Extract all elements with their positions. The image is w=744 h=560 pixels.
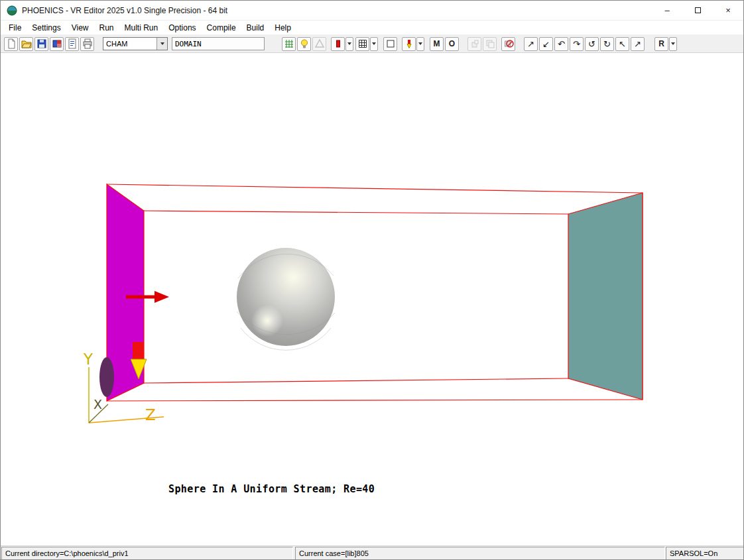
cham-combobox[interactable]: CHAM	[103, 37, 168, 50]
floppy-icon	[36, 38, 47, 49]
toolbar: CHAM M O ↗ ↙ ↶ ↷ ↺ ↻ ↖ ↗ R	[1, 35, 743, 53]
triangle-icon	[314, 38, 325, 49]
tilt-down-button[interactable]: ↻	[600, 37, 614, 51]
wireframe-toggle-button[interactable]	[297, 37, 311, 51]
menu-view[interactable]: View	[66, 22, 94, 34]
status-bar: Current directory=C:\phoenics\d_priv1 Cu…	[1, 545, 743, 560]
menu-bar: File Settings View Run Multi Run Options…	[1, 21, 743, 35]
viewport[interactable]: Y Z X Sphere In A Uniform Stream; Re=40	[1, 53, 744, 545]
menu-build[interactable]: Build	[241, 22, 270, 34]
save-button[interactable]	[34, 37, 48, 51]
print-button[interactable]	[80, 37, 94, 51]
mesh-grid-icon	[284, 38, 294, 49]
open-file-button[interactable]	[19, 37, 33, 51]
menu-settings[interactable]: Settings	[27, 22, 66, 34]
viewport-3d-scene[interactable]: Y Z X	[1, 53, 744, 545]
menu-options[interactable]: Options	[163, 22, 201, 34]
axis-y-label: Y	[83, 351, 93, 368]
mouse-mode-o-button[interactable]: O	[445, 37, 459, 51]
mesh-toggle-button[interactable]	[282, 37, 296, 51]
document-icon	[67, 38, 78, 49]
copy-object-button[interactable]	[467, 37, 481, 51]
probe-position-button[interactable]	[402, 37, 416, 51]
domain-wireframe	[107, 184, 643, 401]
chevron-down-icon[interactable]	[156, 38, 167, 50]
window-title: PHOENICS - VR Editor 2025 v1.0 Single Pr…	[22, 6, 227, 15]
square-outline-icon	[385, 38, 396, 49]
phoenics-vr-editor-window: { "window": { "title": "PHOENICS - VR Ed…	[0, 0, 744, 560]
menu-file[interactable]: File	[3, 22, 27, 34]
title-bar[interactable]: PHOENICS - VR Editor 2025 v1.0 Single Pr…	[1, 1, 743, 21]
menu-compile[interactable]: Compile	[202, 22, 241, 34]
status-sparsol: SPARSOL=On	[666, 547, 744, 560]
transparency-button[interactable]	[312, 37, 326, 51]
menu-help[interactable]: Help	[269, 22, 296, 34]
sphere-highlight	[251, 305, 283, 337]
scene-caption: Sphere In A Uniform Stream; Re=40	[168, 483, 375, 495]
small-square-icon	[469, 38, 480, 49]
results-view-button[interactable]	[50, 37, 64, 51]
probe-icon	[404, 38, 414, 49]
rotate-right-button[interactable]: ↷	[570, 37, 584, 51]
grid-dropdown[interactable]	[370, 37, 378, 51]
printer-icon	[82, 38, 93, 49]
document-view-button[interactable]	[65, 37, 79, 51]
grid-icon	[357, 38, 368, 49]
menu-run[interactable]: Run	[94, 22, 119, 34]
cham-combobox-value: CHAM	[103, 40, 156, 48]
cancel-circle-icon	[503, 38, 514, 49]
close-button[interactable]: ×	[713, 1, 743, 20]
zoom-out-button[interactable]: ↖	[615, 37, 629, 51]
minimize-button[interactable]: –	[652, 1, 682, 20]
colored-grid-icon	[52, 38, 62, 49]
status-current-case: Current case=[lib]805	[295, 547, 665, 560]
sphere-object[interactable]	[237, 248, 335, 346]
delete-object-button[interactable]	[501, 37, 515, 51]
corner-object[interactable]	[99, 357, 114, 397]
axis-z-label: Z	[145, 406, 156, 423]
domain-field[interactable]	[172, 37, 265, 50]
axis-x-label: X	[93, 397, 102, 412]
status-current-directory: Current directory=C:\phoenics\d_priv1	[1, 547, 293, 560]
plane-button[interactable]	[383, 37, 397, 51]
menu-multi-run[interactable]: Multi Run	[119, 22, 164, 34]
new-file-button[interactable]	[4, 37, 18, 51]
new-file-icon	[6, 38, 17, 49]
open-folder-icon	[21, 38, 32, 49]
object-color-dropdown[interactable]	[345, 37, 353, 51]
red-block-icon	[333, 38, 343, 49]
app-icon	[7, 5, 17, 16]
maximize-button[interactable]	[682, 1, 713, 20]
double-square-icon	[485, 38, 495, 49]
zoom-in-button[interactable]: ↗	[631, 37, 645, 51]
grid-button[interactable]	[355, 37, 369, 51]
window-controls: – ×	[652, 1, 743, 20]
mouse-mode-m-button[interactable]: M	[430, 37, 444, 51]
rotate-ne-button[interactable]: ↗	[524, 37, 538, 51]
rotate-sw-button[interactable]: ↙	[539, 37, 553, 51]
lightbulb-icon	[299, 38, 310, 49]
rotate-left-button[interactable]: ↶	[554, 37, 568, 51]
outlet-plane[interactable]	[568, 193, 643, 400]
reset-view-dropdown[interactable]	[669, 37, 677, 51]
probe-dropdown[interactable]	[416, 37, 424, 51]
maximize-icon	[695, 7, 701, 13]
reset-view-button[interactable]: R	[654, 37, 668, 51]
group-objects-button[interactable]	[483, 37, 497, 51]
object-color-button[interactable]	[331, 37, 345, 51]
tilt-up-button[interactable]: ↺	[585, 37, 599, 51]
